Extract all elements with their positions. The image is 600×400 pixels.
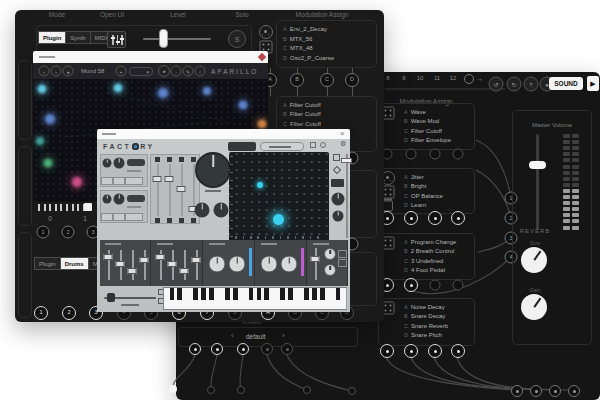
black-key[interactable]	[193, 288, 198, 300]
patch-port[interactable]	[430, 149, 441, 160]
patch-port[interactable]	[404, 211, 418, 225]
mod-slot[interactable]: CMTX_48	[283, 45, 313, 51]
mod-slot[interactable]: BWave Mod	[404, 118, 439, 124]
bypass-icon[interactable]: ●	[158, 65, 170, 77]
main-filter-knob[interactable]	[195, 152, 231, 188]
mod-slot[interactable]: D4 Foot Pedal	[404, 267, 445, 273]
patch-port[interactable]	[428, 211, 442, 225]
edit-icon[interactable]: ✎	[183, 66, 194, 77]
settings-icon[interactable]: ○	[195, 66, 206, 77]
matrix-mode-icon[interactable]	[333, 154, 340, 161]
compare-icon[interactable]: ·	[171, 66, 182, 77]
patch-port[interactable]	[281, 343, 293, 355]
small-knob-2[interactable]	[214, 203, 229, 218]
piano-keyboard[interactable]	[163, 287, 347, 310]
mod-slot[interactable]: AProgram Change	[404, 239, 456, 245]
fader-step-button[interactable]	[167, 218, 172, 223]
fader-handle[interactable]	[153, 176, 162, 182]
mini-fader-handle[interactable]	[192, 257, 201, 263]
black-key[interactable]	[257, 288, 262, 300]
module-knob[interactable]	[114, 158, 125, 169]
master-volume-slider-handle[interactable]	[529, 161, 546, 169]
trash-icon[interactable]	[383, 201, 393, 212]
black-key[interactable]	[312, 288, 317, 300]
mini-fader-handle[interactable]	[140, 257, 149, 263]
mod-slot[interactable]: AFilter Cutoff	[283, 102, 321, 108]
out-fader-handle[interactable]	[311, 256, 320, 262]
patch-port[interactable]	[406, 149, 417, 160]
reverb-gain-knob[interactable]	[521, 294, 547, 320]
matrix-node-large[interactable]	[273, 214, 284, 225]
patch-port[interactable]	[549, 385, 561, 397]
patch-port[interactable]: 2	[62, 226, 75, 239]
patch-port[interactable]: C	[320, 73, 334, 87]
black-key[interactable]	[320, 288, 325, 300]
patch-port[interactable]	[428, 344, 442, 358]
sync-box[interactable]	[331, 179, 344, 187]
patch-port[interactable]	[453, 280, 464, 291]
patch-port[interactable]	[237, 343, 249, 355]
black-key[interactable]	[304, 288, 309, 300]
mod-slot[interactable]: AWave	[404, 109, 426, 115]
black-key[interactable]	[225, 288, 230, 300]
module-knob[interactable]	[114, 194, 125, 205]
module-readout[interactable]	[101, 213, 113, 221]
env-knob-b[interactable]	[281, 256, 298, 273]
next-preset-icon[interactable]: ›	[51, 66, 62, 77]
mod-slot[interactable]: B2 Breath Control	[404, 248, 454, 254]
transport-button[interactable]: ?	[524, 77, 539, 92]
patch-port[interactable]	[237, 386, 245, 394]
reverb-size-knob[interactable]	[521, 247, 547, 273]
matrix-fader-handle[interactable]	[341, 158, 352, 163]
module-knob-small[interactable]	[103, 159, 112, 168]
matrix-knob-1[interactable]	[332, 193, 345, 206]
transport-button[interactable]: ↺	[489, 77, 504, 92]
module-knob-small[interactable]	[103, 195, 112, 204]
mod-slot[interactable]: BBright	[404, 183, 426, 189]
aparillo-search-bar[interactable]	[33, 51, 268, 63]
factory-titlebar[interactable]: ×	[97, 129, 350, 139]
aparillo-preset-name[interactable]: Mund 58	[81, 68, 104, 74]
black-key[interactable]	[249, 288, 254, 300]
add-icon[interactable]: +	[116, 66, 127, 77]
patch-port[interactable]	[453, 149, 464, 160]
macro-knobs-icon[interactable]	[259, 25, 273, 39]
patch-port[interactable]: 1	[37, 226, 50, 239]
fader-track[interactable]	[157, 164, 159, 216]
patch-port[interactable]	[451, 344, 465, 358]
out-knob-2[interactable]	[324, 264, 336, 276]
patch-port[interactable]	[404, 278, 418, 292]
prev-preset-icon[interactable]: ‹	[39, 66, 50, 77]
matrix-fader-track[interactable]	[346, 154, 348, 238]
black-key[interactable]	[201, 288, 206, 300]
close-icon[interactable]: ×	[340, 129, 345, 139]
mini-fader-track[interactable]	[144, 250, 146, 280]
tab-plugin[interactable]: Plugin	[34, 257, 60, 270]
black-key[interactable]	[177, 288, 182, 300]
patch-port[interactable]	[348, 387, 356, 395]
mod-slot[interactable]: AEnv_2_Decay	[283, 26, 327, 32]
fader-handle[interactable]	[165, 176, 174, 182]
black-key[interactable]	[170, 288, 175, 300]
mini-fader-handle[interactable]	[156, 254, 165, 260]
channel-number[interactable]: 10	[417, 75, 424, 81]
mod-slot[interactable]: DOsc2_P_Coarse	[283, 55, 334, 61]
patch-port[interactable]	[451, 211, 465, 225]
module-pill-button[interactable]	[127, 159, 145, 166]
mod-slot[interactable]: BSnare Decay	[404, 313, 445, 319]
patch-port[interactable]	[568, 385, 580, 397]
small-knob-1[interactable]	[195, 203, 210, 218]
patch-port[interactable]	[380, 344, 394, 358]
mod-slot[interactable]: BMTX_56	[283, 36, 312, 42]
fader-step-button[interactable]	[191, 218, 196, 223]
black-key[interactable]	[336, 288, 341, 300]
mod-slot[interactable]: CSnare Reverb	[404, 323, 448, 329]
env-knob-b[interactable]	[229, 256, 246, 273]
fader-mute-button[interactable]	[155, 157, 160, 162]
mini-fader-track[interactable]	[132, 250, 134, 280]
mod-slot[interactable]: DFilter Envelope	[404, 137, 451, 143]
tab-synth[interactable]: Synth	[65, 31, 89, 44]
module-pill-button[interactable]	[127, 195, 145, 202]
patch-port[interactable]	[303, 386, 311, 394]
out-toggle[interactable]	[338, 259, 347, 267]
